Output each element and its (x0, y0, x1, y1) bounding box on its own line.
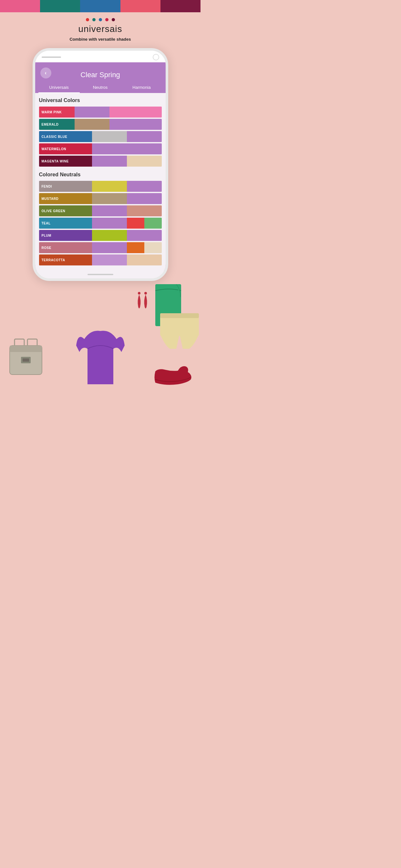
phone-screen: ‹ Clear Spring UniversaisNeutrosHarmonia… (35, 62, 166, 271)
color-seg-3 (110, 181, 127, 192)
color-seg-3 (110, 206, 127, 216)
home-indicator (88, 274, 113, 275)
color-seg-1 (74, 206, 92, 216)
color-row-olive-green[interactable]: OLIVE GREEN (39, 206, 162, 216)
color-row-label: CLASSIC BLUE (39, 131, 74, 142)
strip-3 (80, 0, 120, 12)
color-seg-1 (74, 119, 92, 130)
color-seg-3 (110, 193, 127, 204)
back-arrow-icon: ‹ (45, 70, 47, 76)
svg-point-9 (138, 292, 141, 294)
color-seg-4 (127, 181, 144, 192)
status-pill (42, 57, 61, 58)
strip-4 (120, 0, 160, 12)
universal-colors-rows: WARM PINKEMERALDCLASSIC BLUEWATERMELONMA… (39, 106, 162, 166)
color-seg-4 (127, 218, 144, 228)
strip-2 (40, 0, 80, 12)
color-seg-4 (127, 230, 144, 241)
color-seg-4 (127, 131, 144, 142)
color-seg-3 (110, 254, 127, 266)
front-camera (153, 54, 159, 60)
color-row-fendi[interactable]: FENDI (39, 181, 162, 192)
tab-harmonia[interactable]: Harmonia (121, 82, 162, 93)
color-row-teal[interactable]: TEAL (39, 218, 162, 228)
color-row-label: PLUM (39, 230, 74, 241)
color-row-terracotta[interactable]: TERRACOTTA (39, 254, 162, 266)
color-seg-5 (144, 193, 162, 204)
dot-3 (105, 18, 109, 21)
color-seg-5 (144, 119, 162, 130)
phone-wrapper: ‹ Clear Spring UniversaisNeutrosHarmonia… (0, 45, 201, 281)
top-strips (0, 0, 201, 12)
screen-title: Clear Spring (40, 71, 160, 82)
color-row-emerald[interactable]: EMERALD (39, 119, 162, 130)
strip-5 (160, 0, 201, 12)
tab-neutros[interactable]: Neutros (80, 82, 121, 93)
color-seg-5 (144, 254, 162, 266)
color-seg-1 (74, 181, 92, 192)
dot-2 (99, 18, 102, 21)
phone-notch (35, 51, 166, 62)
earrings-decoration (134, 290, 150, 313)
color-seg-3 (110, 119, 127, 130)
color-seg-1 (74, 156, 92, 166)
color-seg-5 (144, 230, 162, 241)
phone-mockup: ‹ Clear Spring UniversaisNeutrosHarmonia… (33, 48, 168, 281)
dot-0 (86, 18, 89, 21)
color-row-label: EMERALD (39, 119, 74, 130)
color-row-warm-pink[interactable]: WARM PINK (39, 106, 162, 118)
color-row-mustard[interactable]: MUSTARD (39, 193, 162, 204)
color-row-label: WATERMELON (39, 144, 74, 154)
color-row-watermelon[interactable]: WATERMELON (39, 144, 162, 154)
svg-rect-5 (23, 359, 29, 362)
color-seg-4 (127, 206, 144, 216)
color-seg-5 (144, 206, 162, 216)
color-row-label: MAGENTA WINE (39, 156, 74, 166)
color-seg-2 (92, 206, 110, 216)
subtitle: Combine with versatile shades (0, 37, 201, 42)
color-row-label: TERRACOTTA (39, 254, 74, 266)
color-seg-1 (74, 218, 92, 228)
color-seg-2 (92, 218, 110, 228)
color-row-magenta-wine[interactable]: MAGENTA WINE (39, 156, 162, 166)
color-seg-1 (74, 254, 92, 266)
bag-decoration (3, 330, 49, 381)
dots-row (0, 18, 201, 21)
colored-neutrals-title: Colored Neutrals (39, 172, 162, 178)
color-seg-3 (110, 144, 127, 154)
color-row-rose[interactable]: ROSE (39, 242, 162, 253)
color-seg-4 (127, 106, 144, 118)
svg-point-10 (144, 292, 147, 294)
nav-tabs: UniversaisNeutrosHarmonia (35, 82, 166, 93)
screen-header: ‹ Clear Spring (35, 62, 166, 82)
strip-1 (0, 0, 40, 12)
color-seg-5 (144, 218, 162, 228)
color-seg-5 (144, 156, 162, 166)
color-seg-3 (110, 131, 127, 142)
color-seg-3 (110, 242, 127, 253)
color-seg-5 (144, 181, 162, 192)
color-seg-2 (92, 156, 110, 166)
color-row-classic-blue[interactable]: CLASSIC BLUE (39, 131, 162, 142)
color-seg-1 (74, 193, 92, 204)
color-seg-5 (144, 106, 162, 118)
color-seg-1 (74, 144, 92, 154)
color-seg-1 (74, 106, 92, 118)
color-row-label: MUSTARD (39, 193, 74, 204)
color-seg-4 (127, 119, 144, 130)
color-seg-4 (127, 144, 144, 154)
color-seg-2 (92, 181, 110, 192)
color-seg-1 (74, 242, 92, 253)
tab-universais[interactable]: Universais (38, 82, 80, 93)
color-seg-3 (110, 230, 127, 241)
color-seg-2 (92, 193, 110, 204)
color-seg-4 (127, 242, 144, 253)
color-row-plum[interactable]: PLUM (39, 230, 162, 241)
color-seg-3 (110, 156, 127, 166)
color-seg-2 (92, 106, 110, 118)
color-seg-4 (127, 193, 144, 204)
color-row-label: WARM PINK (39, 106, 74, 118)
color-seg-1 (74, 230, 92, 241)
color-seg-2 (92, 119, 110, 130)
color-seg-4 (127, 156, 144, 166)
